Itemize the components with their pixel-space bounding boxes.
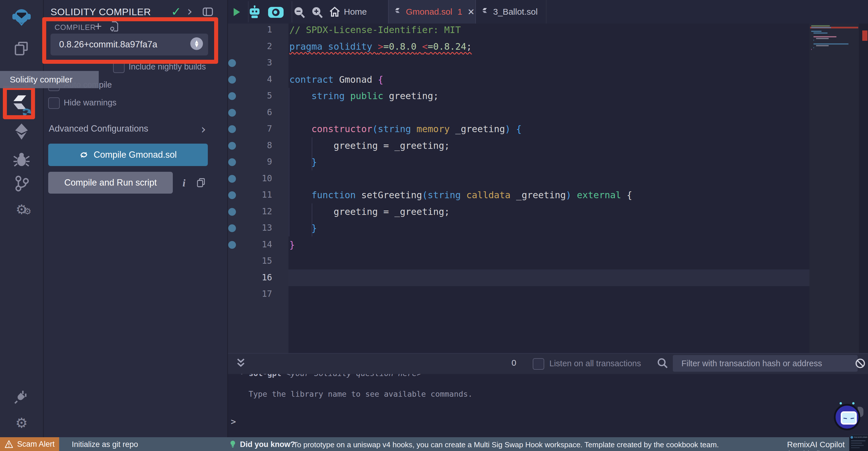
nightly-builds-checkbox[interactable] xyxy=(113,61,125,73)
tab-ballot[interactable]: 3_Ballot.sol xyxy=(476,0,547,24)
scam-alert-badge[interactable]: Scam Alert xyxy=(0,437,59,451)
code-line[interactable]: } xyxy=(289,154,317,171)
code-line[interactable]: contract Gmonad { xyxy=(289,72,383,88)
tab-gmonad-label: Gmonad.sol xyxy=(406,7,453,17)
gutter-dot[interactable] xyxy=(228,175,236,183)
gutter-dot[interactable] xyxy=(228,158,236,166)
gutter-dot[interactable] xyxy=(228,109,236,117)
minimap-line xyxy=(811,27,831,28)
minimap-line xyxy=(813,44,848,45)
file-explorer-icon[interactable] xyxy=(0,41,43,56)
scrollbar-error-marker xyxy=(862,30,867,41)
gutter-dot[interactable] xyxy=(228,92,236,100)
ai-toggle-icon[interactable] xyxy=(268,7,284,18)
solidity-file-icon xyxy=(394,7,401,16)
line-number: 13 xyxy=(229,223,272,233)
tab-gmonad[interactable]: Gmonad.sol 1 ✕ xyxy=(388,0,476,24)
compile-and-run-label: Compile and Run script xyxy=(64,177,157,188)
clear-console-ban-icon[interactable] xyxy=(855,358,866,369)
minimap-line xyxy=(811,25,830,26)
terminal-search-icon[interactable] xyxy=(657,357,668,369)
line-number: 14 xyxy=(229,239,272,249)
solidity-compiler-icon[interactable] xyxy=(0,94,43,118)
line-number: 16 xyxy=(229,272,272,282)
home-tab-label[interactable]: Home xyxy=(344,7,367,17)
line-number: 2 xyxy=(229,41,272,51)
terminal-collapse-icon[interactable] xyxy=(236,357,246,369)
code-line[interactable]: greeting = _greeting; xyxy=(289,204,450,220)
compile-and-run-button[interactable]: Compile and Run script xyxy=(48,172,173,194)
deploy-run-icon[interactable] xyxy=(0,123,43,140)
hide-warnings-checkbox[interactable] xyxy=(48,97,60,109)
remix-ide: ⚙⚙ ⚙ SOLIDITY COMPILER ✓ › COMPILER + xyxy=(0,0,868,451)
code-line[interactable]: greeting = _greeting; xyxy=(289,138,450,154)
plugin-runner-icon[interactable]: ⚙⚙ xyxy=(0,202,43,217)
gutter-dot[interactable] xyxy=(228,59,236,67)
zoom-in-icon[interactable] xyxy=(311,6,323,19)
line-number: 11 xyxy=(229,190,272,200)
tab-close-icon[interactable]: ✕ xyxy=(467,7,474,17)
settings-gear-icon[interactable]: ⚙ xyxy=(0,415,43,431)
minimap[interactable] xyxy=(809,24,859,353)
advanced-chevron-icon[interactable]: › xyxy=(201,122,206,137)
line-number: 15 xyxy=(229,256,272,266)
scam-alert-label: Scam Alert xyxy=(17,440,55,449)
remix-logo-icon[interactable] xyxy=(0,7,43,28)
run-script-play-icon[interactable] xyxy=(233,7,241,17)
code-line[interactable]: function setGreeting(string calldata _gr… xyxy=(289,187,632,204)
code-line[interactable]: } xyxy=(289,220,317,237)
status-bar: Scam Alert Initialize as git repo Did yo… xyxy=(0,437,868,451)
line-number: 10 xyxy=(229,173,272,183)
gutter-dot[interactable] xyxy=(228,224,236,232)
code-line[interactable]: pragma solidity >=0.8.0 <=0.8.24; xyxy=(289,38,472,55)
minimap-line xyxy=(813,32,827,34)
compile-button-label: Compile Gmonad.sol xyxy=(94,150,177,160)
code-line[interactable]: } xyxy=(289,237,295,253)
terminal-prompt[interactable]: > xyxy=(231,417,236,427)
git-init-button[interactable]: Initialize as git repo xyxy=(72,440,138,449)
home-icon[interactable] xyxy=(329,6,340,17)
panel-forward-chevron-icon[interactable]: › xyxy=(187,3,192,19)
listen-transactions-checkbox[interactable] xyxy=(533,358,544,370)
transaction-count: 0 xyxy=(512,358,516,368)
compiler-doc-icon[interactable] xyxy=(110,21,119,32)
solidity-file-icon xyxy=(482,7,489,16)
icon-rail: ⚙⚙ ⚙ xyxy=(0,0,43,451)
hide-warnings-label: Hide warnings xyxy=(64,98,117,107)
filter-transactions-input[interactable]: Filter with transaction hash or address xyxy=(673,355,858,372)
split-columns-icon[interactable] xyxy=(203,7,213,16)
minimap-line xyxy=(811,31,822,32)
remix-ai-assistant-button[interactable] xyxy=(834,404,860,430)
compiler-version-value: 0.8.26+commit.8a97fa7a xyxy=(59,39,157,50)
gutter-dot[interactable] xyxy=(228,208,236,216)
editor-scrollbar[interactable] xyxy=(859,24,868,353)
gutter-dot[interactable] xyxy=(228,76,236,84)
git-icon[interactable] xyxy=(0,175,43,192)
code-line[interactable]: string public greeting; xyxy=(289,88,439,105)
add-compiler-icon[interactable]: + xyxy=(95,20,102,33)
ai-robot-icon[interactable] xyxy=(247,5,262,19)
code-line[interactable]: // SPDX-License-Identifier: MIT xyxy=(289,22,461,38)
debugger-bug-icon[interactable] xyxy=(0,152,43,167)
zoom-out-icon[interactable] xyxy=(293,6,305,19)
copy-icon[interactable] xyxy=(196,177,206,188)
info-icon[interactable]: i xyxy=(183,177,185,189)
warning-icon xyxy=(5,440,13,448)
picture-in-picture-file-explorer[interactable]: FILE EXPLORER xyxy=(849,435,868,451)
gutter-dot[interactable] xyxy=(228,125,236,133)
tip-text: To prototype on a uniswap v4 hooks, you … xyxy=(293,440,719,449)
overlay-title: FILE EXPLORER xyxy=(854,436,867,438)
line-number: 3 xyxy=(229,57,272,67)
line-number: 7 xyxy=(229,123,272,134)
code-line[interactable]: constructor(string memory _greeting) { xyxy=(289,121,522,138)
compiler-version-select[interactable]: 0.8.26+commit.8a97fa7a ▲▼ xyxy=(51,34,208,55)
plugin-manager-icon[interactable] xyxy=(0,388,43,405)
line-number: 12 xyxy=(229,206,272,216)
line-number: 4 xyxy=(229,74,272,84)
compile-success-check-icon: ✓ xyxy=(171,5,181,19)
gutter-dot[interactable] xyxy=(228,191,236,199)
gutter-dot[interactable] xyxy=(228,142,236,150)
advanced-configurations[interactable]: Advanced Configurations xyxy=(49,123,148,134)
gutter-dot[interactable] xyxy=(228,241,236,249)
compile-button[interactable]: Compile Gmonad.sol xyxy=(48,144,208,166)
